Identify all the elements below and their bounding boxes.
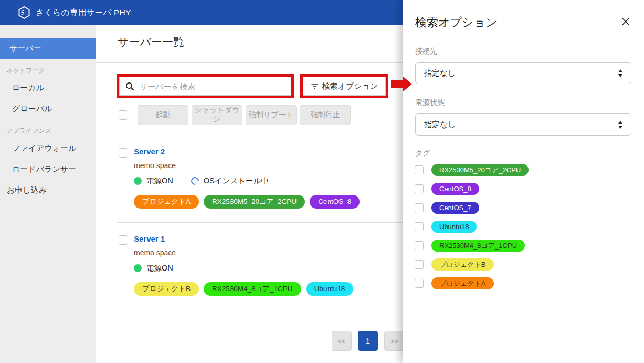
bulk-actions-row: 起動シャットダウン強制リブート強制停止 <box>119 105 351 125</box>
tag-filter-pill: Ubuntu18 <box>431 221 477 233</box>
server-checkbox[interactable] <box>119 148 128 158</box>
power-status: 電源ON <box>134 176 173 186</box>
server-tag: CentOS_8 <box>310 195 360 209</box>
search-options-annotation-box: 検索オプション <box>300 74 388 98</box>
tag-filter-row: プロジェクトB <box>415 258 529 271</box>
server-tag: プロジェクトB <box>134 282 199 296</box>
close-icon[interactable] <box>619 15 632 28</box>
tag-filter-checkbox[interactable] <box>415 165 424 174</box>
tag-filter-row: RX2530M4_8コア_1CPU <box>415 240 529 252</box>
search-options-button-label: 検索オプション <box>322 81 378 91</box>
force-stop-button[interactable]: 強制停止 <box>300 105 351 125</box>
search-options-panel: 検索オプション 接続先 指定なし 電源状態 指定なし タグ RX2530M5_2… <box>403 0 644 363</box>
search-options-button[interactable]: 検索オプション <box>303 77 386 96</box>
tag-filter-checkbox[interactable] <box>415 260 424 269</box>
search-input[interactable] <box>134 77 291 95</box>
connection-select-value: 指定なし <box>424 68 456 78</box>
sidebar-item-firewall[interactable]: ファイアウォール <box>0 138 96 159</box>
os-install-label: OSインストール中 <box>204 176 269 186</box>
server-tag: RX2530M5_20コア_2CPU <box>204 195 305 209</box>
pagination-next-button[interactable]: >> <box>384 331 404 351</box>
search-annotation-box <box>117 74 294 98</box>
tag-filter-pill: CentOS_7 <box>431 202 479 214</box>
server-name-link[interactable]: Server 2 <box>134 147 165 156</box>
brand-title: さくらの専用サーバ PHY <box>36 7 131 18</box>
tag-filter-list: RX2530M5_20コア_2CPUCentOS_8CentOS_7Ubuntu… <box>415 164 529 296</box>
page-title: サーバー一覧 <box>118 35 184 49</box>
sakura-logo-icon <box>17 6 31 19</box>
tag-filter-checkbox[interactable] <box>415 222 424 231</box>
os-install-status: OSインストール中 <box>191 176 269 186</box>
select-all-checkbox[interactable] <box>119 110 128 120</box>
pagination: << 1 >> <box>332 331 404 351</box>
tag-filter-checkbox[interactable] <box>415 184 424 193</box>
pagination-prev-button[interactable]: << <box>332 331 352 351</box>
tag-filter-pill: RX2530M4_8コア_1CPU <box>431 240 525 252</box>
tag-filter-row: CentOS_8 <box>415 183 529 195</box>
sidebar: サーバーネットワークローカルグローバルアプライアンスファイアウォールロードバラン… <box>0 25 96 363</box>
power-state-label: 電源状態 <box>415 98 445 108</box>
power-status-label: 電源ON <box>146 263 173 273</box>
start-button[interactable]: 起動 <box>138 105 188 125</box>
search-icon <box>125 82 134 91</box>
sidebar-item-server[interactable]: サーバー <box>0 38 96 59</box>
tag-filter-row: CentOS_7 <box>415 202 529 214</box>
tag-filter-pill: プロジェクトA <box>431 277 494 289</box>
power-on-dot-icon <box>134 264 142 272</box>
server-name-link[interactable]: Server 1 <box>134 234 165 243</box>
panel-title: 検索オプション <box>415 15 498 30</box>
tag-filter-row: RX2530M5_20コア_2CPU <box>415 164 529 176</box>
sidebar-section-appliance-section: アプライアンス <box>0 119 96 138</box>
server-tag: RX2530M4_8コア_1CPU <box>204 282 301 296</box>
sidebar-item-local[interactable]: ローカル <box>0 77 96 98</box>
power-status: 電源ON <box>134 263 173 273</box>
connection-select[interactable]: 指定なし <box>415 62 631 84</box>
tag-filter-checkbox[interactable] <box>415 279 424 288</box>
power-state-select[interactable]: 指定なし <box>415 113 631 136</box>
annotation-arrow-icon <box>391 76 412 92</box>
tag-filter-checkbox[interactable] <box>415 241 424 250</box>
sidebar-item-application[interactable]: お申し込み <box>0 180 96 201</box>
tags-label: タグ <box>415 149 430 158</box>
select-arrows-icon <box>618 121 622 129</box>
power-state-select-value: 指定なし <box>424 120 456 130</box>
tag-filter-pill: RX2530M5_20コア_2CPU <box>431 164 529 176</box>
server-tag: プロジェクトA <box>134 195 199 209</box>
power-on-dot-icon <box>134 177 142 185</box>
server-checkbox[interactable] <box>119 235 128 245</box>
sidebar-item-load-balancer[interactable]: ロードバランサー <box>0 159 96 180</box>
pagination-current-page[interactable]: 1 <box>358 331 378 351</box>
shutdown-button[interactable]: シャットダウン <box>192 105 242 125</box>
spinner-icon <box>189 175 200 186</box>
tag-filter-pill: CentOS_8 <box>431 183 479 195</box>
power-status-label: 電源ON <box>146 176 173 186</box>
select-arrows-icon <box>618 69 622 77</box>
sidebar-section-network-section: ネットワーク <box>0 59 96 77</box>
tag-filter-checkbox[interactable] <box>415 203 424 212</box>
sidebar-item-global[interactable]: グローバル <box>0 98 96 119</box>
tag-filter-row: Ubuntu18 <box>415 221 529 233</box>
server-tag: Ubuntu18 <box>306 282 354 296</box>
connection-label: 接続先 <box>415 47 437 56</box>
filter-icon <box>311 82 319 90</box>
tag-filter-pill: プロジェクトB <box>431 258 494 271</box>
force-reboot-button[interactable]: 強制リブート <box>246 105 297 125</box>
tag-filter-row: プロジェクトA <box>415 277 529 289</box>
